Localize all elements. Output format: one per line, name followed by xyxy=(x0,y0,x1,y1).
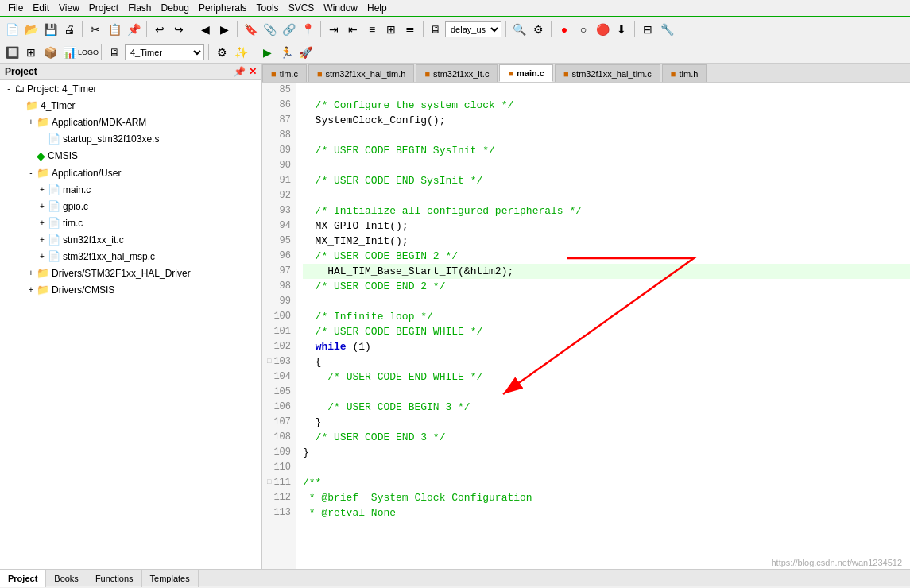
menu-file[interactable]: File xyxy=(3,2,28,14)
tab-timc[interactable]: ■ tim.c xyxy=(262,64,307,82)
tree-row-root[interactable]: - 🗂 Project: 4_Timer xyxy=(0,82,261,95)
undo-btn[interactable]: ↩ xyxy=(151,21,168,38)
menu-svcs[interactable]: SVCS xyxy=(284,2,319,14)
fold-icon-103[interactable]: □ xyxy=(267,354,271,369)
bottom-tab-templates[interactable]: Templates xyxy=(142,570,199,587)
paste-btn[interactable]: 📌 xyxy=(125,21,142,38)
new-btn[interactable]: 📄 xyxy=(3,21,21,38)
menu-project[interactable]: Project xyxy=(84,2,123,14)
function-dropdown[interactable]: delay_us xyxy=(445,21,501,37)
tree-item-gpioc[interactable]: + 📄 gpio.c xyxy=(0,198,261,215)
tb2-btn4[interactable]: 📊 xyxy=(60,44,78,61)
tb2-btn1[interactable]: 🔲 xyxy=(3,44,21,61)
save-all-btn[interactable]: 🖨 xyxy=(60,21,78,38)
tree-row-startup[interactable]: 📄 startup_stm32f103xe.s xyxy=(33,132,261,145)
tree-item-mainc[interactable]: + 📄 main.c xyxy=(0,181,261,198)
tree-row-gpioc[interactable]: + 📄 gpio.c xyxy=(33,199,261,213)
tb2-btn3[interactable]: 📦 xyxy=(41,44,59,61)
compile2-btn[interactable]: ○ xyxy=(575,21,592,38)
menu-edit[interactable]: Edit xyxy=(28,2,54,14)
menu-debug[interactable]: Debug xyxy=(157,2,194,14)
menu-window[interactable]: Window xyxy=(319,2,362,14)
tab-timh[interactable]: ■ tim.h xyxy=(662,64,707,82)
expand-mdk[interactable]: + xyxy=(25,118,37,126)
expand-gpioc[interactable]: + xyxy=(37,202,48,211)
project-dropdown[interactable]: 4_Timer xyxy=(125,44,204,60)
tree-item-drivers-hal[interactable]: + 📁 Drivers/STM32F1xx_HAL_Driver xyxy=(0,265,261,281)
fold-icon-111[interactable]: □ xyxy=(267,475,271,490)
expand-timc[interactable]: + xyxy=(37,219,48,227)
expand-mainc[interactable]: + xyxy=(37,185,48,194)
tb2-magic[interactable]: ✨ xyxy=(232,44,250,61)
tree-row-mainc[interactable]: + 📄 main.c xyxy=(33,183,261,196)
tree-row-cmsis[interactable]: ◆ CMSIS xyxy=(22,149,261,163)
tb2-btn5[interactable]: LOGO xyxy=(79,44,97,61)
cut-btn[interactable]: ✂ xyxy=(87,21,104,38)
download-btn[interactable]: ⬇ xyxy=(613,21,630,38)
tab-hal-tim-h[interactable]: ■ stm32f1xx_hal_tim.h xyxy=(308,64,415,82)
tb2-run3[interactable]: 🚀 xyxy=(296,44,314,61)
tab-hal-tim-c[interactable]: ■ stm32f1xx_hal_tim.c xyxy=(555,64,660,82)
bottom-tab-functions[interactable]: Functions xyxy=(87,570,142,587)
tree-row-4timer[interactable]: - 📁 4_Timer xyxy=(11,99,261,112)
compile-btn[interactable]: ● xyxy=(556,21,573,38)
tb2-settings[interactable]: ⚙ xyxy=(213,44,230,61)
tab-it-c[interactable]: ■ stm32f1xx_it.c xyxy=(416,64,498,82)
unindent-btn[interactable]: ⇤ xyxy=(344,21,362,38)
forward-btn[interactable]: ▶ xyxy=(215,21,233,38)
tree-row-drivers-hal[interactable]: + 📁 Drivers/STM32F1xx_HAL_Driver xyxy=(22,266,261,280)
tree-row-drivers-cmsis[interactable]: + 📁 Drivers/CMSIS xyxy=(22,283,261,296)
menu-flash[interactable]: Flash xyxy=(123,2,156,14)
tree-row-mdk[interactable]: + 📁 Application/MDK-ARM xyxy=(22,115,261,129)
tb2-run[interactable]: ▶ xyxy=(258,44,276,61)
tb2-run2[interactable]: 🏃 xyxy=(277,44,295,61)
bookmark4-btn[interactable]: 📍 xyxy=(299,21,316,38)
wrench-btn[interactable]: 🔧 xyxy=(658,21,676,38)
tree-item-mdk[interactable]: + 📁 Application/MDK-ARM xyxy=(0,114,261,130)
tree-row-it[interactable]: + 📄 stm32f1xx_it.c xyxy=(33,233,261,246)
tab-mainc[interactable]: ■ main.c xyxy=(499,64,553,82)
tree-item-appuser[interactable]: - 📁 Application/User xyxy=(0,164,261,181)
expand-root[interactable]: - xyxy=(3,84,14,93)
code-lines[interactable]: /* Configure the system clock */ SystemC… xyxy=(296,83,910,569)
indent-btn[interactable]: ⇥ xyxy=(325,21,343,38)
tree-item-cmsis[interactable]: ◆ CMSIS xyxy=(0,147,261,164)
bottom-tab-project[interactable]: Project xyxy=(0,570,46,587)
expand-appuser[interactable]: - xyxy=(25,168,37,177)
tree-row-appuser[interactable]: - 📁 Application/User xyxy=(22,166,261,180)
expand-it[interactable]: + xyxy=(37,235,48,244)
back-btn[interactable]: ◀ xyxy=(196,21,214,38)
format2-btn[interactable]: ⊞ xyxy=(382,21,400,38)
options-btn[interactable]: ⊟ xyxy=(639,21,656,38)
menu-view[interactable]: View xyxy=(54,2,84,14)
pin-icon[interactable]: 📌 xyxy=(234,66,246,77)
tree-row-msp[interactable]: + 📄 stm32f1xx_hal_msp.c xyxy=(33,250,261,263)
tree-item-msp[interactable]: + 📄 stm32f1xx_hal_msp.c xyxy=(0,248,261,265)
bottom-tab-books[interactable]: Books xyxy=(46,570,87,587)
menu-tools[interactable]: Tools xyxy=(252,2,284,14)
menu-help[interactable]: Help xyxy=(362,2,392,14)
open-btn[interactable]: 📂 xyxy=(22,21,40,38)
tree-item-drivers-cmsis[interactable]: + 📁 Drivers/CMSIS xyxy=(0,281,261,298)
redo-btn[interactable]: ↪ xyxy=(170,21,188,38)
tree-item-startup[interactable]: 📄 startup_stm32f103xe.s xyxy=(0,130,261,147)
bookmark2-btn[interactable]: 📎 xyxy=(261,21,278,38)
expand-msp[interactable]: + xyxy=(37,252,48,261)
code-area[interactable]: 85 86 87 88 89 90 91 92 93 94 95 96 97 9… xyxy=(262,83,910,569)
expand-4timer[interactable]: - xyxy=(14,101,25,110)
bookmark3-btn[interactable]: 🔗 xyxy=(280,21,297,38)
expand-drivers-cmsis[interactable]: + xyxy=(25,285,37,294)
copy-btn[interactable]: 📋 xyxy=(106,21,123,38)
expand-drivers-hal[interactable]: + xyxy=(25,269,37,277)
menu-peripherals[interactable]: Peripherals xyxy=(194,2,252,14)
tree-item-timc[interactable]: + 📄 tim.c xyxy=(0,215,261,231)
settings-btn[interactable]: ⚙ xyxy=(529,21,547,38)
tree-row-timc[interactable]: + 📄 tim.c xyxy=(33,216,261,230)
bookmark-btn[interactable]: 🔖 xyxy=(242,21,259,38)
tree-item-4timer[interactable]: - 📁 4_Timer xyxy=(0,97,261,114)
format3-btn[interactable]: ≣ xyxy=(401,21,419,38)
format-btn[interactable]: ≡ xyxy=(363,21,381,38)
search-btn[interactable]: 🔍 xyxy=(510,21,528,38)
tb2-btn2[interactable]: ⊞ xyxy=(22,44,40,61)
stop-btn[interactable]: 🔴 xyxy=(594,21,611,38)
